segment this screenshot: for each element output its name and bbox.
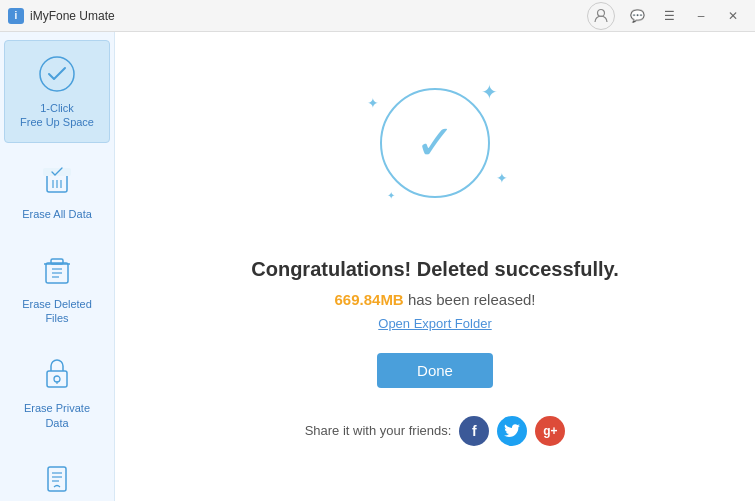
open-export-folder-link[interactable]: Open Export Folder	[378, 316, 491, 331]
erase-deleted-files-icon	[36, 249, 78, 291]
sidebar-item-label-free-up-space: 1-ClickFree Up Space	[20, 101, 94, 130]
googleplus-button[interactable]: g+	[535, 416, 565, 446]
minimize-button[interactable]: –	[687, 6, 715, 26]
share-row: Share it with your friends: f g+	[305, 416, 566, 446]
main-content: ✓ ✦ ✦ ✦ ✦ Congratulations! Deleted succe…	[115, 32, 755, 501]
svg-rect-8	[43, 168, 71, 176]
success-animation: ✓ ✦ ✦ ✦ ✦	[380, 88, 490, 228]
user-icon[interactable]	[587, 2, 615, 30]
close-button[interactable]: ✕	[719, 6, 747, 26]
menu-button[interactable]: ☰	[655, 6, 683, 26]
sparkle-top-left: ✦	[367, 95, 379, 111]
titlebar: i iMyFone Umate 💬 ☰ – ✕	[0, 0, 755, 32]
svg-rect-18	[48, 467, 66, 491]
svg-point-1	[40, 57, 74, 91]
erase-private-fragments-icon	[36, 458, 78, 500]
chat-button[interactable]: 💬	[623, 6, 651, 26]
sparkle-bottom-left: ✦	[387, 190, 395, 201]
facebook-button[interactable]: f	[459, 416, 489, 446]
erase-private-data-icon	[36, 353, 78, 395]
sidebar-item-label-erase-deleted-files: Erase Deleted Files	[12, 297, 102, 326]
twitter-button[interactable]	[497, 416, 527, 446]
app-logo: i	[8, 8, 24, 24]
svg-rect-11	[51, 259, 63, 264]
sidebar-item-erase-all-data[interactable]: Erase All Data	[4, 147, 110, 233]
sidebar-item-erase-private-data[interactable]: Erase Private Data	[4, 341, 110, 442]
released-text: 669.84MB has been released!	[335, 291, 536, 308]
sparkle-bottom-right: ✦	[496, 170, 508, 186]
svg-rect-15	[47, 371, 67, 387]
app-title: iMyFone Umate	[30, 9, 115, 23]
released-amount: 669.84MB	[335, 291, 404, 308]
sidebar-item-label-erase-private-data: Erase Private Data	[12, 401, 102, 430]
sidebar-item-erase-private-fragments[interactable]: Erase Private Fragments	[4, 446, 110, 501]
free-up-space-icon	[36, 53, 78, 95]
sidebar-item-erase-deleted-files[interactable]: Erase Deleted Files	[4, 237, 110, 338]
sidebar-item-label-erase-all-data: Erase All Data	[22, 207, 92, 221]
done-button[interactable]: Done	[377, 353, 493, 388]
titlebar-left: i iMyFone Umate	[8, 8, 115, 24]
sidebar: 1-ClickFree Up Space Erase All Data	[0, 32, 115, 501]
checkmark-icon: ✓	[415, 119, 455, 167]
congrats-text: Congratulations! Deleted successfully.	[251, 258, 619, 281]
share-label: Share it with your friends:	[305, 423, 452, 438]
success-circle: ✓ ✦ ✦ ✦ ✦	[380, 88, 490, 198]
sparkle-top-right: ✦	[481, 80, 498, 104]
app-body: 1-ClickFree Up Space Erase All Data	[0, 32, 755, 501]
sidebar-item-free-up-space[interactable]: 1-ClickFree Up Space	[4, 40, 110, 143]
erase-all-data-icon	[36, 159, 78, 201]
titlebar-controls: 💬 ☰ – ✕	[587, 2, 747, 30]
released-suffix: has been released!	[404, 291, 536, 308]
